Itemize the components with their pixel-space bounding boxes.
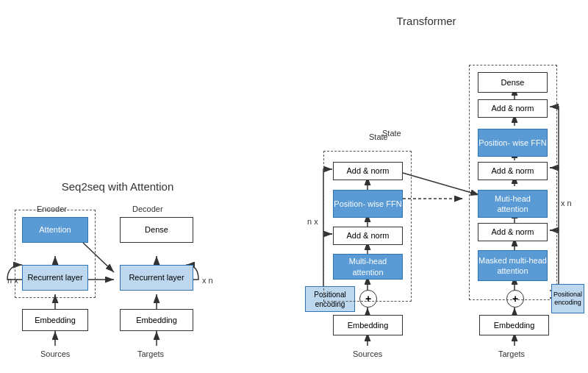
trans-decoder-dashed xyxy=(469,65,557,300)
trans-dec-embedding-box: Embedding xyxy=(479,315,549,335)
nx-trans-label: n x xyxy=(307,217,318,226)
trans-enc-embedding-box: Embedding xyxy=(333,315,403,335)
seq-dec-embedding-box: Embedding xyxy=(120,309,193,331)
seq-dec-recurrent-box: Recurrent layer xyxy=(120,265,193,291)
seq-dec-dense-box: Dense xyxy=(120,217,193,243)
xn-seq-label: x n xyxy=(202,276,213,285)
seq2seq-title: Seq2seq with Attention xyxy=(15,180,220,193)
sources-label-1: Sources xyxy=(40,349,70,358)
seq-encoder-dashed xyxy=(15,210,96,298)
targets-label-1: Targets xyxy=(137,349,164,358)
svg-line-29 xyxy=(403,173,479,195)
transformer-title: Transformer xyxy=(316,15,537,27)
xn-trans-label: x n xyxy=(561,199,572,207)
diagram-container: State Seq2seq with Attention Encod xyxy=(0,0,588,373)
decoder-label: Decoder xyxy=(132,205,163,213)
seq-enc-embedding-box: Embedding xyxy=(22,309,88,331)
targets-label-3: Targets xyxy=(498,349,525,358)
sources-label-2: Sources xyxy=(353,349,382,358)
trans-encoder-dashed xyxy=(323,151,412,302)
state-label: State xyxy=(369,132,388,141)
trans-dec-pos-label: Positionalencoding xyxy=(551,284,584,313)
